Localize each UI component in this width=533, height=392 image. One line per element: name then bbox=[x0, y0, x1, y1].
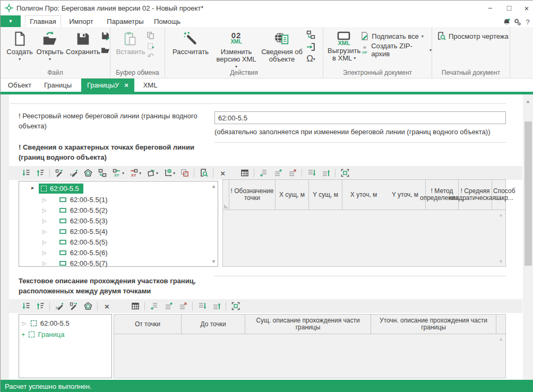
tree-item[interactable]: ▷62:00-5.5(7) bbox=[19, 258, 108, 268]
scroll-up-icon[interactable]: ▲ bbox=[526, 99, 530, 104]
save-button[interactable]: Сохранить bbox=[65, 27, 101, 63]
undo-icon[interactable]: ↶ bbox=[147, 53, 154, 60]
menu-tab-parametry[interactable]: Параметры bbox=[105, 15, 146, 27]
export-xy-icon[interactable] bbox=[128, 168, 139, 178]
tree-item[interactable]: ▷62:00-5.5(6) bbox=[19, 247, 108, 258]
doc-tab-xml[interactable]: XML bbox=[140, 79, 161, 92]
clear-delete-icon[interactable]: × bbox=[218, 168, 228, 178]
tab-close-icon[interactable]: × bbox=[124, 81, 128, 89]
special-symbol-button[interactable]: Ω ▾ bbox=[306, 55, 315, 63]
help-icon[interactable]: ? bbox=[523, 17, 532, 27]
create-button[interactable]: Создать ▾ bbox=[5, 27, 35, 63]
col-to-point[interactable]: До точки bbox=[182, 315, 245, 334]
doc-tab-granitsyu[interactable]: ГраницыУ × bbox=[81, 79, 134, 92]
tree-item[interactable]: ▷62:00-5.5(4) bbox=[19, 226, 108, 237]
col-y-existing[interactable]: Y сущ, м bbox=[309, 180, 342, 210]
registry-number-input[interactable] bbox=[214, 111, 506, 124]
polygon-icon[interactable] bbox=[83, 168, 93, 178]
menu-tab-import[interactable]: Импорт bbox=[65, 15, 97, 27]
expanded-arrow-icon[interactable]: ▼ bbox=[29, 185, 36, 191]
clear-delete-icon[interactable]: × bbox=[102, 301, 112, 311]
col-refined-description[interactable]: Уточн. описание прохождения части границ… bbox=[371, 315, 496, 334]
calculate-button[interactable]: Рассчитать bbox=[169, 27, 212, 71]
import-data-icon[interactable] bbox=[306, 42, 315, 51]
doc-tab-granitsy[interactable]: Границы bbox=[42, 79, 74, 92]
sort-descending-icon[interactable] bbox=[21, 168, 31, 178]
row-move-down-icon[interactable] bbox=[197, 301, 207, 311]
row-delete-icon[interactable] bbox=[178, 301, 188, 311]
paste-special-icon[interactable] bbox=[147, 42, 154, 50]
row-insert-icon[interactable] bbox=[273, 168, 283, 178]
notifications-bell-icon[interactable] bbox=[502, 17, 511, 27]
tree-item[interactable]: ▷62:00-5.5(1) bbox=[19, 194, 108, 205]
table-grid-icon[interactable] bbox=[239, 168, 250, 178]
tree-item[interactable]: ▷62:00-5.5(5) bbox=[19, 237, 108, 247]
tree-item[interactable]: ▷62:00-5.5(3) bbox=[19, 215, 108, 226]
tree-root-selected[interactable]: 62:00-5.5 bbox=[39, 184, 83, 194]
settings-gears-icon[interactable] bbox=[512, 17, 522, 27]
tree-item[interactable]: ▷ 62:00-5.5 bbox=[19, 318, 70, 328]
open-copy-icon[interactable] bbox=[101, 45, 110, 54]
row-add-icon[interactable] bbox=[259, 168, 269, 178]
col-point-designation[interactable]: ! Обозначение точки bbox=[229, 180, 276, 210]
sign-all-button[interactable]: Подписать все ▾ bbox=[360, 29, 432, 43]
doc-tab-object[interactable]: Объект bbox=[6, 79, 33, 92]
minimize-button[interactable]: − bbox=[482, 1, 498, 15]
col-x-refined[interactable]: X уточ, м bbox=[342, 180, 385, 210]
page-scrollbar[interactable]: ▲ bbox=[523, 94, 533, 380]
col-existing-description[interactable]: Сущ. описание прохождения части границы bbox=[245, 315, 371, 334]
expand-table-icon[interactable] bbox=[230, 301, 240, 311]
row-add-icon[interactable] bbox=[149, 301, 159, 311]
main-menu-button[interactable]: ▼ bbox=[1, 15, 21, 27]
row-move-up-icon[interactable] bbox=[211, 301, 221, 311]
preview-drawing-button[interactable]: Просмотр чертежа bbox=[432, 27, 510, 43]
import-xy-icon[interactable] bbox=[111, 168, 122, 178]
scroll-up-icon[interactable]: ▲ bbox=[211, 184, 216, 189]
tree-item[interactable]: ▷62:00-5.5(2) bbox=[19, 205, 108, 215]
menu-tab-pomosch[interactable]: Помощь bbox=[150, 15, 184, 27]
col-x-existing[interactable]: X сущ, м bbox=[276, 180, 309, 210]
col-from-point[interactable]: От точки bbox=[114, 315, 182, 334]
create-zip-button[interactable]: ZIP Создать ZIP-архив ▾ bbox=[360, 43, 432, 57]
menu-tab-glavnaya[interactable]: Главная bbox=[25, 15, 61, 27]
renumber-wand-icon[interactable] bbox=[68, 168, 79, 178]
row-move-up-icon[interactable] bbox=[321, 168, 331, 178]
scroll-down-icon[interactable]: ▼ bbox=[498, 259, 503, 264]
change-xml-version-button[interactable]: 02 XML Изменить версию XML ▾ bbox=[212, 27, 261, 71]
save-as-icon[interactable] bbox=[101, 31, 110, 40]
copy-icon[interactable] bbox=[147, 31, 154, 39]
object-info-button[interactable]: Сведения об объекте bbox=[261, 27, 303, 71]
export-xml-button[interactable]: XML Выгрузить в XML ▾ bbox=[328, 27, 360, 62]
col-rms-error[interactable]: ! Средняя квадратическая... bbox=[459, 180, 492, 210]
overlay-contours-icon[interactable] bbox=[179, 168, 190, 178]
table-corner-cell[interactable] bbox=[223, 180, 229, 210]
scrollbar-thumb[interactable] bbox=[525, 121, 532, 266]
sort-descending-icon[interactable] bbox=[21, 301, 31, 311]
sort-ascending-icon[interactable] bbox=[35, 168, 45, 178]
rotate-polygon-icon[interactable] bbox=[145, 168, 156, 178]
scroll-down-icon[interactable]: ▼ bbox=[211, 259, 216, 264]
sort-ascending-icon[interactable] bbox=[35, 301, 45, 311]
autofill-wand-icon[interactable] bbox=[54, 301, 64, 311]
scroll-up-icon[interactable]: ▲ bbox=[498, 336, 503, 342]
table-grid-icon[interactable] bbox=[130, 301, 140, 311]
swap-objects-icon[interactable] bbox=[306, 30, 315, 39]
preview-find-icon[interactable] bbox=[199, 168, 209, 178]
col-fixation[interactable]: Способ закр... bbox=[492, 180, 517, 210]
close-button[interactable]: × bbox=[518, 1, 533, 15]
swap-coordinates-icon[interactable] bbox=[97, 168, 107, 178]
polygon-icon[interactable] bbox=[83, 301, 93, 311]
row-delete-icon[interactable] bbox=[287, 168, 297, 178]
expand-table-icon[interactable] bbox=[340, 168, 350, 178]
scroll-up-icon[interactable]: ▲ bbox=[498, 212, 503, 217]
row-insert-icon[interactable] bbox=[164, 301, 174, 311]
paste-button[interactable]: Вставить bbox=[115, 27, 147, 60]
row-move-down-icon[interactable] bbox=[306, 168, 316, 178]
fill-wand-icon[interactable] bbox=[68, 301, 79, 311]
tree-root-row[interactable]: ▼ 62:00-5.5 bbox=[19, 183, 83, 194]
tree-add-item[interactable]: + Граница bbox=[19, 329, 64, 339]
open-button[interactable]: Открыть ▾ bbox=[35, 27, 65, 63]
axes-settings-icon[interactable] bbox=[162, 168, 173, 178]
maximize-button[interactable]: □ bbox=[501, 1, 518, 15]
autofill-wand-icon[interactable] bbox=[54, 168, 64, 178]
